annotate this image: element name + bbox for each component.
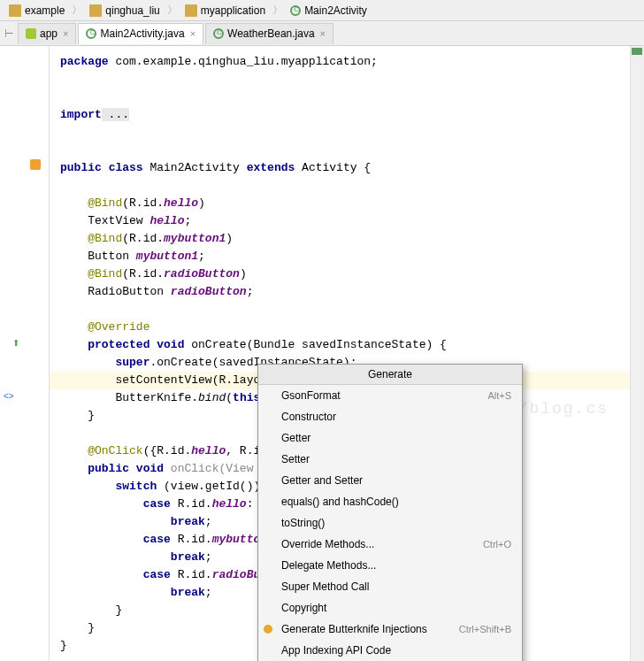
breadcrumb-item-example[interactable]: example	[4, 3, 70, 19]
menu-title: Generate	[258, 365, 522, 385]
menu-shortcut: Alt+S	[487, 390, 511, 401]
menu-item-label: GsonFormat	[281, 389, 341, 402]
gutter-related-icon[interactable]: <>	[4, 389, 18, 404]
menu-item-super-method-call[interactable]: Super Method Call	[258, 576, 522, 597]
menu-item-label: Copyright	[281, 602, 326, 614]
menu-shortcut: Ctrl+O	[483, 539, 511, 550]
menu-item-override-methods-[interactable]: Override Methods...Ctrl+O	[258, 534, 522, 555]
close-icon[interactable]: ×	[320, 28, 326, 39]
butterknife-icon	[264, 625, 272, 634]
close-icon[interactable]: ×	[63, 28, 68, 39]
folder-icon	[89, 4, 102, 17]
breadcrumb-item-class[interactable]: Main2Activity	[285, 3, 372, 19]
breadcrumb-label: qinghua_liu	[105, 4, 159, 17]
menu-item-label: Override Methods...	[281, 538, 374, 550]
class-icon	[290, 5, 301, 16]
anchor-icon[interactable]: ⊢	[0, 27, 18, 40]
menu-item-label: Super Method Call	[281, 580, 369, 593]
class-icon	[213, 28, 224, 39]
chevron-right-icon: 〉	[272, 3, 283, 18]
code-line: package com.example.qinghua_liu.myapplic…	[60, 53, 644, 71]
menu-item-label: Constructor	[281, 411, 336, 423]
tab-label: app	[40, 27, 58, 40]
chevron-right-icon: 〉	[72, 3, 82, 18]
menu-item-constructor[interactable]: Constructor	[258, 406, 522, 427]
tab-main2activity[interactable]: Main2Activity.java ×	[78, 23, 203, 44]
code-line: @Bind(R.id.radioButton)	[60, 265, 644, 283]
menu-item-label: toString()	[281, 517, 325, 529]
menu-item-label: Delegate Methods...	[281, 559, 376, 572]
tab-label: Main2Activity.java	[100, 27, 184, 40]
menu-item-label: Getter	[281, 432, 310, 444]
menu-item-app-indexing-api-code[interactable]: App Indexing API Code	[258, 640, 522, 661]
menu-item-generate-butterknife-injections[interactable]: Generate Butterknife InjectionsCtrl+Shif…	[258, 619, 522, 640]
code-line: protected void onCreate(Bundle savedInst…	[60, 336, 644, 354]
scrollbar-marker	[632, 48, 642, 55]
menu-item-label: Setter	[281, 453, 310, 465]
code-line: import ...	[60, 106, 644, 124]
breadcrumb-item-qinghua[interactable]: qinghua_liu	[84, 3, 165, 19]
breadcrumb-label: example	[25, 4, 65, 17]
chevron-right-icon: 〉	[167, 3, 178, 18]
gutter[interactable]: ⬆ <>	[0, 46, 50, 661]
close-icon[interactable]: ×	[190, 28, 196, 39]
menu-item-getter-and-setter[interactable]: Getter and Setter	[258, 470, 522, 491]
tab-bar: ⊢ app × Main2Activity.java × WeatherBean…	[0, 21, 644, 46]
menu-item-copyright[interactable]: Copyright	[258, 597, 522, 619]
code-line: public class Main2Activity extends Activ…	[60, 159, 644, 177]
folder-icon	[185, 4, 197, 17]
folder-icon	[9, 4, 21, 17]
scrollbar[interactable]	[630, 46, 644, 661]
menu-item-getter[interactable]: Getter	[258, 427, 522, 449]
class-icon	[86, 28, 96, 39]
tab-weatherbean[interactable]: WeatherBean.java ×	[205, 23, 334, 44]
tab-label: WeatherBean.java	[227, 27, 315, 40]
menu-item-label: Getter and Setter	[281, 474, 363, 487]
gutter-override-icon[interactable]: ⬆	[12, 336, 27, 350]
tab-app[interactable]: app ×	[18, 23, 76, 44]
android-icon	[26, 28, 36, 39]
menu-shortcut: Ctrl+Shift+B	[459, 624, 511, 634]
code-line: TextView hello;	[60, 212, 644, 230]
menu-item-label: Generate Butterknife Injections	[281, 623, 427, 635]
breadcrumb-bar: example 〉 qinghua_liu 〉 myapplication 〉 …	[0, 0, 644, 21]
menu-item-label: equals() and hashCode()	[281, 496, 399, 508]
gutter-class-icon[interactable]	[30, 159, 44, 173]
code-line: RadioButton radioButton;	[60, 283, 644, 301]
menu-item-label: App Indexing API Code	[281, 644, 391, 657]
generate-menu: Generate GsonFormatAlt+SConstructorGette…	[257, 364, 523, 661]
code-line: @Bind(R.id.hello)	[60, 195, 644, 212]
code-line: Button mybutton1;	[60, 248, 644, 265]
menu-item-gsonformat[interactable]: GsonFormatAlt+S	[258, 385, 522, 406]
code-line: @Bind(R.id.mybutton1)	[60, 230, 644, 248]
breadcrumb-label: myapplication	[201, 4, 265, 17]
menu-item-tostring-[interactable]: toString()	[258, 512, 522, 534]
breadcrumb-label: Main2Activity	[304, 4, 367, 17]
menu-item-setter[interactable]: Setter	[258, 449, 522, 470]
menu-item-equals-and-hashcode-[interactable]: equals() and hashCode()	[258, 491, 522, 512]
code-line: @Override	[60, 319, 644, 336]
breadcrumb-item-myapp[interactable]: myapplication	[180, 3, 271, 19]
menu-item-delegate-methods-[interactable]: Delegate Methods...	[258, 555, 522, 576]
